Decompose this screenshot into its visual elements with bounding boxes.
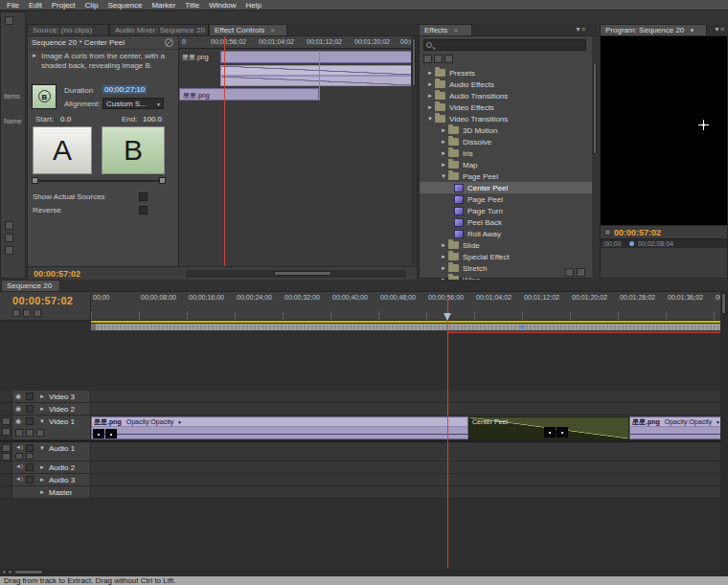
opacity-rubber-band[interactable] bbox=[630, 434, 728, 435]
fx-item-page-turn[interactable]: Page Turn bbox=[420, 205, 592, 216]
timeline-vscrollbar[interactable] bbox=[720, 291, 728, 569]
timeline-ruler[interactable]: 00;00 00;00;08;00 00;00;16;00 00;00;24;0… bbox=[91, 292, 728, 321]
effect-controls-timecode[interactable]: 00:00:57:02 bbox=[34, 269, 80, 279]
menu-window[interactable]: Window bbox=[204, 0, 240, 11]
fx-bin-video-effects[interactable]: ►Video Effects bbox=[420, 101, 592, 113]
toggle-track-audio-icon[interactable]: ◄) bbox=[15, 444, 23, 450]
track-content-video3[interactable] bbox=[91, 391, 728, 403]
clip-a[interactable]: 星星.png Opacity:Opacity ▼ bbox=[91, 416, 468, 439]
scrollbar-thumb[interactable] bbox=[721, 293, 726, 314]
fx-bin-3d-motion[interactable]: ►3D Motion bbox=[420, 124, 592, 136]
fx-bin-audio-transitions[interactable]: ►Audio Transitions bbox=[420, 90, 592, 101]
marker-dot[interactable] bbox=[629, 241, 634, 246]
keyframe-nav-icon[interactable] bbox=[36, 429, 44, 437]
disclosure-triangle-icon[interactable]: ► bbox=[439, 265, 448, 271]
duration-value[interactable]: 00;00;27;10 bbox=[102, 85, 147, 94]
panel-menu-icon[interactable]: ▼≡ bbox=[714, 26, 724, 33]
toggle-track-output-icon[interactable]: ◉ bbox=[15, 417, 21, 425]
delete-icon[interactable] bbox=[577, 268, 585, 277]
zoom-handle[interactable] bbox=[8, 570, 12, 574]
fx-bin-video-transitions[interactable]: ▼Video Transitions bbox=[420, 113, 592, 124]
track-content-audio2[interactable] bbox=[91, 461, 728, 474]
dock-tool-icon[interactable] bbox=[5, 221, 13, 230]
effects-view-icon[interactable] bbox=[434, 55, 443, 63]
clip-b[interactable]: 星星.png Opacity:Opacity ▼ bbox=[629, 416, 728, 439]
work-area-bar[interactable] bbox=[91, 324, 728, 330]
toggle-track-audio-icon[interactable]: ◄) bbox=[15, 463, 23, 469]
track-content-audio3[interactable] bbox=[91, 474, 728, 486]
timeline-timecode[interactable]: 00:00:57:02 bbox=[12, 295, 73, 306]
menu-sequence[interactable]: Sequence bbox=[102, 0, 147, 11]
close-icon[interactable]: × bbox=[271, 26, 276, 34]
fx-bin-map[interactable]: ►Map bbox=[420, 159, 592, 170]
zoom-handle[interactable] bbox=[2, 570, 7, 574]
opacity-rubber-band[interactable] bbox=[92, 434, 468, 435]
end-value[interactable]: 100.0 bbox=[143, 115, 162, 124]
track-header-master[interactable]: ► Master bbox=[0, 486, 91, 499]
program-video-area[interactable] bbox=[601, 36, 727, 225]
dock-tool-icon[interactable] bbox=[5, 234, 13, 242]
mini-ruler[interactable]: 0 00;00;56;02 00;01;04;02 00;01;12;02 00… bbox=[179, 36, 417, 49]
transition-slider-start-handle[interactable] bbox=[32, 177, 38, 184]
toggle-timeline-view-icon[interactable] bbox=[165, 38, 173, 47]
dock-tool-icon[interactable] bbox=[5, 246, 13, 255]
track-header-video2[interactable]: ◉ ► Video 2 bbox=[0, 403, 91, 416]
work-area-end-cap[interactable] bbox=[91, 324, 96, 330]
fx-bin-dissolve[interactable]: ►Dissolve bbox=[420, 136, 592, 147]
track-content-master[interactable] bbox=[91, 486, 728, 499]
fx-item-center-peel[interactable]: Center Peel bbox=[420, 182, 592, 193]
set-display-style-icon[interactable] bbox=[15, 453, 23, 460]
mini-clip-a[interactable] bbox=[220, 51, 413, 63]
menu-title[interactable]: Title bbox=[180, 0, 204, 11]
program-timecode[interactable]: 00:00:57:02 bbox=[614, 228, 661, 237]
disclosure-triangle-icon[interactable]: ▼ bbox=[425, 116, 435, 122]
clip-effect-badge[interactable]: Opacity:Opacity bbox=[126, 418, 173, 425]
clip-effect-badge[interactable]: Opacity:Opacity bbox=[665, 418, 712, 425]
menu-clip[interactable]: Clip bbox=[80, 0, 103, 11]
snap-icon[interactable] bbox=[12, 309, 20, 317]
playhead-caret[interactable] bbox=[444, 313, 451, 321]
chevron-down-icon[interactable]: ▼ bbox=[177, 419, 182, 425]
show-keyframes-icon[interactable] bbox=[26, 453, 34, 460]
dock-icon[interactable] bbox=[5, 16, 13, 25]
menu-file[interactable]: File bbox=[2, 0, 24, 11]
disclosure-triangle-icon[interactable]: ► bbox=[439, 139, 448, 145]
close-icon[interactable]: × bbox=[454, 26, 459, 34]
program-mini-ruler[interactable]: ;00;00 00;02;08;04 bbox=[601, 238, 727, 248]
sync-lock-icon[interactable] bbox=[2, 417, 11, 425]
fx-item-peel-back[interactable]: Peel Back bbox=[420, 216, 592, 228]
scrollbar-thumb[interactable] bbox=[14, 570, 43, 574]
disclosure-triangle-icon[interactable]: ▼ bbox=[39, 445, 45, 451]
transition-slider-end-handle[interactable] bbox=[159, 177, 166, 184]
disclosure-triangle-icon[interactable]: ► bbox=[439, 127, 448, 133]
set-encore-marker-icon[interactable] bbox=[23, 309, 31, 317]
track-header-video3[interactable]: ◉ ► Video 3 bbox=[0, 391, 91, 403]
playhead-line[interactable] bbox=[447, 298, 448, 569]
fx-bin-iris[interactable]: ►Iris bbox=[420, 147, 592, 159]
scrollbar-thumb[interactable] bbox=[593, 63, 597, 154]
show-actual-sources-checkbox[interactable] bbox=[139, 192, 148, 201]
start-value[interactable]: 0.0 bbox=[60, 115, 71, 124]
work-area-grip[interactable] bbox=[520, 325, 525, 329]
scrollbar-thumb[interactable] bbox=[274, 271, 331, 276]
effect-controls-mini-timeline[interactable]: 0 00;00;56;02 00;01;04;02 00;01;12;02 00… bbox=[178, 36, 417, 266]
disclosure-triangle-icon[interactable]: ► bbox=[439, 162, 448, 168]
disclosure-triangle-icon[interactable]: ► bbox=[39, 477, 45, 483]
track-content-audio1[interactable] bbox=[91, 442, 728, 461]
set-marker-icon[interactable] bbox=[34, 309, 41, 317]
transition-end-ramp[interactable] bbox=[220, 76, 413, 86]
mini-clip-b[interactable]: 星星.png bbox=[179, 88, 319, 101]
fx-bin-presets[interactable]: ►Presets bbox=[420, 67, 592, 79]
sync-lock-icon[interactable] bbox=[2, 444, 11, 452]
track-header-video1[interactable]: ◉ ▼ Video 1 bbox=[0, 416, 91, 440]
track-header-audio2[interactable]: ◄) ► Audio 2 bbox=[0, 461, 91, 474]
disclosure-triangle-icon[interactable]: ► bbox=[425, 93, 435, 99]
menu-edit[interactable]: Edit bbox=[24, 0, 47, 11]
panel-menu-icon[interactable]: ▼≡ bbox=[575, 26, 585, 33]
menu-marker[interactable]: Marker bbox=[147, 0, 180, 11]
disclosure-triangle-icon[interactable]: ▼ bbox=[439, 173, 448, 179]
effects-view-icon[interactable] bbox=[423, 55, 432, 63]
toggle-track-output-icon[interactable]: ◉ bbox=[15, 405, 21, 413]
fx-bin-special-effect[interactable]: ►Special Effect bbox=[420, 251, 592, 262]
disclosure-triangle-icon[interactable]: ► bbox=[425, 70, 435, 76]
